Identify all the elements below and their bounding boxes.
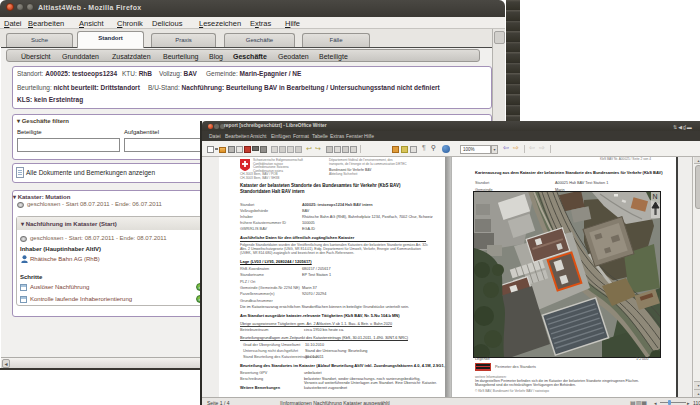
svg-text:N: N: [653, 193, 658, 200]
